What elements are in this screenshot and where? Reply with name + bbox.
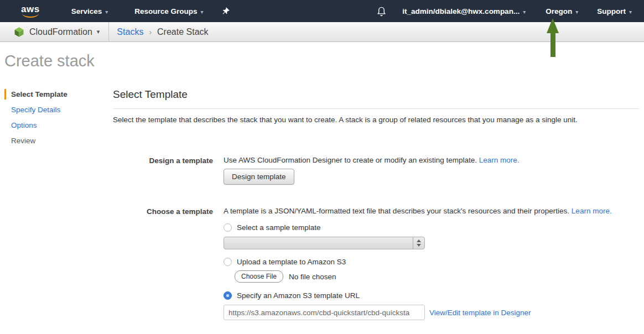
radio-sample-template-label: Select a sample template — [237, 223, 321, 232]
region-selector[interactable]: Oregon — [546, 7, 578, 15]
design-template-text: Use AWS CloudFormation Designer to creat… — [224, 156, 477, 164]
account-menu[interactable]: it_admin/dbialek@hwx.compan... — [402, 7, 526, 15]
file-upload-row: Choose File No file chosen — [235, 270, 612, 283]
cloudformation-service-label: CloudFormation — [29, 27, 92, 37]
design-learn-more-link[interactable]: Learn more. — [479, 156, 520, 164]
services-menu[interactable]: Services — [71, 7, 108, 15]
design-template-row: Design a template Use AWS CloudFormation… — [113, 156, 640, 185]
design-template-button[interactable]: Design template — [224, 169, 294, 185]
radio-s3-url-label: Specify an Amazon S3 template URL — [237, 291, 360, 300]
step-specify-details[interactable]: Specify Details — [4, 105, 107, 114]
bell-icon — [376, 6, 387, 17]
aws-logo-text: aws — [21, 5, 40, 13]
choose-template-text: A template is a JSON/YAML-formatted text… — [224, 207, 569, 215]
aws-smile-icon — [22, 13, 39, 18]
region-selector-label: Oregon — [546, 7, 572, 15]
step-select-template: Select Template — [4, 90, 107, 99]
select-template-panel: Select Template Select the template that… — [113, 83, 640, 320]
s3-url-row: View/Edit template in Designer — [224, 305, 612, 320]
choose-template-label: Choose a template — [113, 207, 213, 216]
annotation-arrow-up-icon — [547, 18, 559, 57]
support-menu-label: Support — [597, 7, 626, 15]
breadcrumb-current-page: Create Stack — [157, 27, 208, 37]
cloudformation-service-menu[interactable]: CloudFormation — [29, 27, 100, 37]
s3-template-url-input[interactable] — [224, 305, 425, 320]
pushpin-icon — [221, 7, 230, 15]
radio-s3-url[interactable]: Specify an Amazon S3 template URL — [224, 291, 612, 300]
radio-s3-url-icon[interactable] — [224, 291, 232, 300]
account-menu-label: it_admin/dbialek@hwx.compan... — [402, 7, 520, 15]
radio-sample-template-icon[interactable] — [224, 223, 232, 232]
services-menu-label: Services — [71, 7, 102, 15]
step-review: Review — [4, 136, 107, 145]
choose-learn-more-link[interactable]: Learn more. — [572, 207, 612, 215]
radio-upload-template[interactable]: Upload a template to Amazon S3 — [224, 258, 612, 266]
design-template-label: Design a template — [113, 156, 213, 165]
section-heading: Select Template — [113, 83, 640, 101]
radio-sample-template[interactable]: Select a sample template — [224, 223, 612, 232]
radio-upload-template-icon[interactable] — [224, 258, 232, 266]
subbar-divider — [108, 22, 109, 42]
radio-upload-template-label: Upload a template to Amazon S3 — [237, 258, 346, 266]
select-stepper-icon — [413, 237, 424, 249]
resource-groups-menu-label: Resource Groups — [134, 7, 197, 15]
aws-logo[interactable]: aws — [21, 5, 40, 18]
cloudformation-icon — [14, 27, 24, 38]
section-description: Select the template that describes the s… — [113, 116, 640, 124]
support-menu[interactable]: Support — [597, 7, 632, 15]
view-edit-designer-link[interactable]: View/Edit template in Designer — [429, 309, 531, 317]
design-template-content: Use AWS CloudFormation Designer to creat… — [224, 156, 520, 185]
page-title: Create stack — [4, 52, 95, 70]
topbar-right-group: it_admin/dbialek@hwx.compan... Oregon Su… — [376, 6, 644, 17]
annotation-arrow-shaft — [550, 33, 555, 57]
choose-template-row: Choose a template A template is a JSON/Y… — [113, 207, 640, 320]
sample-template-select[interactable] — [224, 237, 425, 249]
notifications-button[interactable] — [376, 6, 387, 17]
section-divider — [113, 108, 640, 109]
breadcrumb-separator-icon — [149, 28, 152, 36]
wizard-steps-nav: Select Template Specify Details Options … — [4, 90, 107, 152]
step-options[interactable]: Options — [4, 121, 107, 130]
pin-shortcut-button[interactable] — [221, 7, 230, 15]
breadcrumb-stacks-link[interactable]: Stacks — [117, 27, 143, 37]
annotation-arrow-head — [547, 18, 559, 33]
choose-template-content: A template is a JSON/YAML-formatted text… — [224, 207, 612, 320]
resource-groups-menu[interactable]: Resource Groups — [134, 7, 203, 15]
file-status-text: No file chosen — [289, 273, 336, 281]
choose-file-button[interactable]: Choose File — [235, 270, 283, 283]
